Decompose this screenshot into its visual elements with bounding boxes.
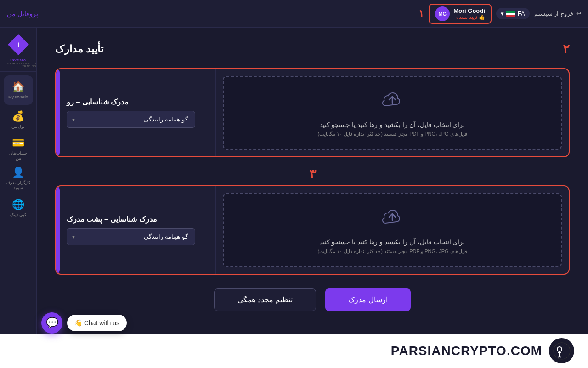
- chevron-down-icon: ▾: [501, 10, 504, 17]
- svg-point-2: [554, 343, 570, 359]
- doc-front-select[interactable]: گواهینامه رانندگی پاسپورت کارت ملی: [67, 111, 195, 128]
- sidebar-label-my-inveslo: My Inveslo: [8, 95, 28, 100]
- doc-back-section: برای انتخاب فایل، آن را بکشید و رها کنید…: [55, 185, 570, 275]
- sidebar-label-my-accounts: حساب‌های من: [6, 151, 31, 161]
- inveslo-logo: i inveslo YOUR GATEWAY TO TRADING: [0, 28, 36, 72]
- lang-label: FA: [518, 10, 525, 17]
- accounts-icon: 💳: [12, 137, 24, 149]
- upload-back-text: برای انتخاب فایل، آن را بکشید و رها کنید…: [320, 238, 465, 246]
- status-icon: 👍: [479, 14, 485, 20]
- logout-label: خروج از سیستم: [534, 10, 574, 17]
- sidebar-item-my-money[interactable]: 💰 پول من: [4, 105, 33, 134]
- logo-graphic: i: [7, 33, 30, 56]
- watermark-logo: [549, 338, 574, 363]
- profile-link[interactable]: پروفایل من: [7, 10, 38, 17]
- step-number-header: ۱: [418, 8, 424, 20]
- doc-front-row: برای انتخاب فایل، آن را بکشید و رها کنید…: [56, 69, 569, 156]
- chat-button[interactable]: 💬: [41, 312, 62, 334]
- user-name: Mori Goodi: [453, 7, 485, 14]
- doc-back-type-area: مدرک شناسایی – پشت مدرک گواهینامه رانندگ…: [60, 186, 216, 274]
- user-info: Mori Goodi 👍 تأیید نشده: [453, 7, 485, 20]
- upload-icon: [381, 88, 404, 115]
- money-icon: 💰: [12, 110, 24, 122]
- doc-front-section: برای انتخاب فایل، آن را بکشید و رها کنید…: [55, 68, 570, 157]
- buttons-row: ارسال مدرک تنظیم مجدد همگی: [55, 288, 570, 311]
- logout-icon: ↩: [576, 10, 581, 17]
- doc-front-label: مدرک شناسایی – رو: [67, 98, 129, 106]
- doc-front-type-area: مدرک شناسایی – رو گواهینامه رانندگی پاسپ…: [60, 69, 216, 156]
- sidebar-label-copy-trading: کپی دینگ: [10, 213, 27, 218]
- doc-front-select-wrapper: گواهینامه رانندگی پاسپورت کارت ملی: [67, 111, 195, 128]
- sidebar-item-my-accounts[interactable]: 💳 حساب‌های من: [4, 134, 33, 164]
- upload-back-subtext: فایل‌های PNG، JPG و PDF مجاز هستند (حداک…: [317, 248, 467, 254]
- sidebar-item-referral[interactable]: 👤 کارگزار معرف شوید: [4, 164, 33, 193]
- header-right: ↩ خروج از سیستم FA ▾ Mori Goodi 👍 تأیید …: [418, 4, 581, 24]
- step2-number: ۲: [563, 41, 570, 57]
- user-status: 👍 تأیید نشده: [453, 14, 485, 20]
- globe-icon: 🌐: [12, 199, 24, 211]
- accent-bar-back: [56, 186, 60, 274]
- avatar: MG: [435, 6, 450, 21]
- logout-button[interactable]: ↩ خروج از سیستم: [534, 10, 581, 17]
- flag-icon: [506, 11, 515, 17]
- upload-front-subtext: فایل‌های PNG، JPG و PDF مجاز هستند (حداک…: [317, 131, 467, 137]
- referral-icon: 👤: [12, 167, 24, 178]
- lang-selector[interactable]: FA ▾: [496, 8, 530, 19]
- header: ↩ خروج از سیستم FA ▾ Mori Goodi 👍 تأیید …: [0, 0, 588, 28]
- step3-number: ۳: [309, 167, 316, 181]
- chat-widget: Chat with us 👋 💬: [41, 312, 127, 334]
- page-title: تأیید مدارک: [55, 43, 103, 55]
- doc-back-select-wrapper: گواهینامه رانندگی پاسپورت کارت ملی: [67, 228, 195, 245]
- sidebar-label-my-money: پول من: [11, 124, 25, 129]
- svg-text:i: i: [17, 41, 19, 48]
- reset-button[interactable]: تنظیم مجدد همگی: [214, 288, 316, 311]
- accent-bar-front: [56, 69, 60, 156]
- chat-icon: 💬: [46, 317, 58, 329]
- upload-front-text: برای انتخاب فایل، آن را بکشید و رها کنید…: [320, 121, 465, 128]
- user-badge: Mori Goodi 👍 تأیید نشده MG: [429, 4, 492, 24]
- logo-tagline: YOUR GATEWAY TO TRADING: [0, 62, 36, 68]
- logo-name: inveslo: [10, 58, 26, 62]
- sidebar-item-copy-trading[interactable]: 🌐 کپی دینگ: [4, 193, 33, 223]
- sidebar-item-my-inveslo[interactable]: 🏠 My Inveslo: [4, 75, 33, 105]
- doc-back-select[interactable]: گواهینامه رانندگی پاسپورت کارت ملی: [67, 228, 195, 245]
- upload-back-area[interactable]: برای انتخاب فایل، آن را بکشید و رها کنید…: [223, 193, 562, 267]
- sidebar-label-referral: کارگزار معرف شوید: [6, 180, 31, 190]
- upload-front-area[interactable]: برای انتخاب فایل، آن را بکشید و رها کنید…: [223, 76, 562, 150]
- doc-back-row: برای انتخاب فایل، آن را بکشید و رها کنید…: [56, 186, 569, 274]
- right-sidebar: › i inveslo YOUR GATEWAY TO TRADING 🏠 My…: [0, 28, 37, 368]
- upload-back-icon: [381, 206, 404, 233]
- doc-back-label: مدرک شناسایی – پشت مدرک: [67, 215, 157, 224]
- home-icon: 🏠: [12, 81, 24, 93]
- submit-button[interactable]: ارسال مدرک: [325, 288, 410, 311]
- status-label: تأیید نشده: [456, 14, 477, 20]
- watermark-bar: PARSIANCRYPTO.COM: [0, 334, 588, 368]
- page-title-row: ۲ تأیید مدارک: [55, 41, 570, 57]
- watermark-text: PARSIANCRYPTO.COM: [391, 344, 542, 358]
- header-left: پروفایل من: [7, 10, 38, 17]
- chat-bubble: Chat with us 👋: [67, 315, 127, 331]
